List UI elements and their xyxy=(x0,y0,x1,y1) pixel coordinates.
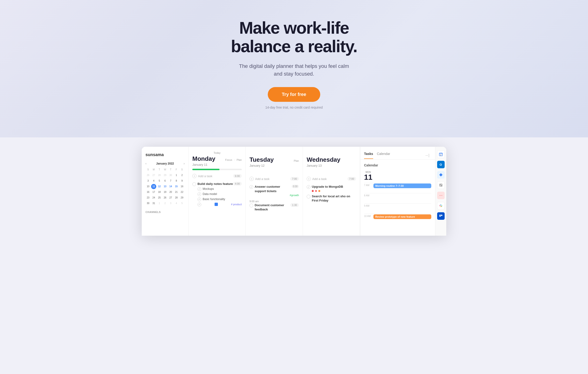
tuesday-task1-time: 0:30 xyxy=(292,185,299,188)
tag-checkbox[interactable]: ✓ xyxy=(198,203,201,206)
subtask2-checkbox[interactable]: ✓ xyxy=(198,192,201,196)
monday-progress-fill xyxy=(192,169,220,170)
wednesday-task1: ✓ Upgrade to MongoDB xyxy=(307,185,356,192)
svg-text:11: 11 xyxy=(440,154,441,156)
tuesday-task2-title: Document customer feedback xyxy=(255,203,290,212)
trello-icon[interactable] xyxy=(437,212,445,220)
time-row-8am: 8 AM xyxy=(364,193,431,203)
wednesday-task1-title: Upgrade to MongoDB xyxy=(312,185,343,189)
wednesday-task2-title: Search for local art sho on First Friday xyxy=(312,194,356,203)
cal-day-block: MON 11 xyxy=(364,171,372,181)
time-7am-events: Morning routine 7–7:30 xyxy=(373,183,431,189)
sidebar-logo: sunsama xyxy=(146,152,185,157)
monday-add-task[interactable]: + Add a task 6:00 xyxy=(192,173,242,179)
cal-month-title: January 2022 xyxy=(156,162,174,165)
task1-checkbox[interactable] xyxy=(192,182,196,186)
notion-icon[interactable] xyxy=(437,181,445,189)
svg-rect-11 xyxy=(441,205,441,205)
tuesday-day-name: Tuesday xyxy=(250,156,274,163)
monday-task1-title: Build daily notes feature xyxy=(198,182,233,186)
outlook-icon[interactable]: O xyxy=(437,161,445,168)
monday-subtask3: ✓ Basic functionality xyxy=(192,197,242,202)
wednesday-task2: Search for local art sho on First Friday xyxy=(307,194,356,203)
monday-task1: Build daily notes feature 4:00 ✓ Mockups… xyxy=(192,182,242,207)
monday-progress-bar xyxy=(192,169,242,170)
today-label: Today xyxy=(192,152,242,154)
cal-event-review[interactable]: Review prototype of new feature xyxy=(373,214,431,219)
wednesday-add-task[interactable]: + Add a task 7:00 xyxy=(307,176,356,182)
cal-prev-icon[interactable]: ‹ xyxy=(146,162,147,165)
panel-tabs: Tasks Calendar →| xyxy=(360,147,435,160)
tuesday-task1-title: Answer customer support tickets xyxy=(255,185,292,193)
diamond-icon[interactable] xyxy=(437,171,445,179)
trial-note: 14-day free trial, no credit card requir… xyxy=(265,106,323,109)
monday-task1-time: 4:00 xyxy=(233,182,242,186)
channels-label: CHANNELS xyxy=(146,211,185,213)
monday-subtask2-label: Data model xyxy=(203,192,217,196)
add-task-icon[interactable]: + xyxy=(192,174,197,178)
tuesday-task2-time-label: 9:00 am xyxy=(250,199,299,203)
svg-rect-13 xyxy=(441,205,442,206)
hero-subtitle: The digital daily planner that helps you… xyxy=(238,62,350,78)
wednesday-column: Wednesday January 13 + Add a task 7:00 xyxy=(303,147,360,236)
monday-badges: Focus · Plan xyxy=(225,158,242,161)
time-row-10am: 10 AM Review prototype of new feature xyxy=(364,214,431,224)
tuesday-task1: ✓ Answer customer support tickets 0:30 #… xyxy=(250,185,299,197)
collapse-icon[interactable]: →| xyxy=(423,152,431,159)
try-for-free-button[interactable]: Try for free xyxy=(268,87,320,102)
cal-next-icon[interactable]: › xyxy=(184,162,185,165)
cal-event-morning[interactable]: Morning routine 7–7:30 xyxy=(373,183,431,188)
dot-red-icon xyxy=(312,190,314,192)
cal-panel-title: Calendar xyxy=(364,163,378,167)
time-row-9am: 9 AM xyxy=(364,203,431,214)
svg-rect-9 xyxy=(440,205,440,206)
svg-rect-2 xyxy=(440,152,441,153)
monday-task1-tag: # product xyxy=(231,203,242,206)
app-icons-panel: 11 O ⋯ xyxy=(435,147,446,236)
tab-tasks[interactable]: Tasks xyxy=(364,152,373,159)
wednesday-day-name: Wednesday xyxy=(307,156,340,163)
cal-panel-header: Calendar xyxy=(360,160,435,169)
monday-day-name: Monday xyxy=(192,155,215,162)
tuesday-add-task[interactable]: + Add a task 7:00 xyxy=(250,176,299,182)
wednesday-add-task-time: 7:00 xyxy=(347,177,356,181)
monday-subtask1: ✓ Mockups xyxy=(192,186,242,192)
dot-orange-icon xyxy=(318,190,320,192)
monday-subtask1-label: Mockups xyxy=(203,187,214,191)
monday-date: January 11 xyxy=(192,163,242,166)
monday-subtask2: ✓ Data model xyxy=(192,192,242,197)
hero-section: Make work-life balance a reality. The di… xyxy=(0,0,588,137)
slack-icon[interactable] xyxy=(437,202,445,210)
wednesday-add-icon[interactable]: + xyxy=(307,177,311,181)
wednesday-task1-check[interactable]: ✓ xyxy=(307,185,310,189)
dots-icon[interactable]: ⋯ xyxy=(437,192,445,199)
svg-rect-4 xyxy=(439,154,442,154)
dot-red2-icon xyxy=(315,190,317,192)
tuesday-date: January 12 xyxy=(250,164,299,167)
tuesday-task1-check[interactable]: ✓ xyxy=(250,185,253,189)
subtask3-checkbox[interactable]: ✓ xyxy=(198,198,201,201)
time-row-7am: 7 AM Morning routine 7–7:30 xyxy=(364,183,431,193)
monday-add-task-time: 6:00 xyxy=(233,174,242,178)
svg-rect-15 xyxy=(440,206,441,207)
mini-calendar: ‹ January 2022 › S M T W T F S 26 27 28 … xyxy=(146,162,185,206)
tuesday-add-icon[interactable]: + xyxy=(250,177,254,181)
main-content: Today Monday Focus · Plan January 11 + xyxy=(189,147,446,236)
time-7am-label: 7 AM xyxy=(364,183,372,187)
cal-grid: S M T W T F S 26 27 28 29 30 1 2 3 xyxy=(146,167,185,206)
monday-task1-tag-row: ✓ # product xyxy=(192,202,242,207)
wednesday-task2-check[interactable] xyxy=(307,195,310,199)
tuesday-task1-tag-row: #growth xyxy=(250,193,299,197)
sidebar: sunsama ‹ January 2022 › S M T W T F S 2… xyxy=(142,147,189,236)
cal-day-header: MON 11 xyxy=(360,169,435,183)
today-cell[interactable]: 11 xyxy=(151,184,156,189)
app-window: sunsama ‹ January 2022 › S M T W T F S 2… xyxy=(142,147,446,236)
wednesday-date: January 13 xyxy=(307,164,356,167)
monday-subtask3-label: Basic functionality xyxy=(203,198,225,201)
tab-calendar[interactable]: Calendar xyxy=(377,152,390,159)
gcal-icon[interactable]: 11 xyxy=(437,151,445,158)
tuesday-add-task-time: 7:00 xyxy=(290,177,299,181)
right-panel: Tasks Calendar →| Calendar MON 11 7 xyxy=(360,147,435,236)
tuesday-task2-check[interactable] xyxy=(250,204,253,207)
subtask1-checkbox[interactable]: ✓ xyxy=(198,187,201,191)
